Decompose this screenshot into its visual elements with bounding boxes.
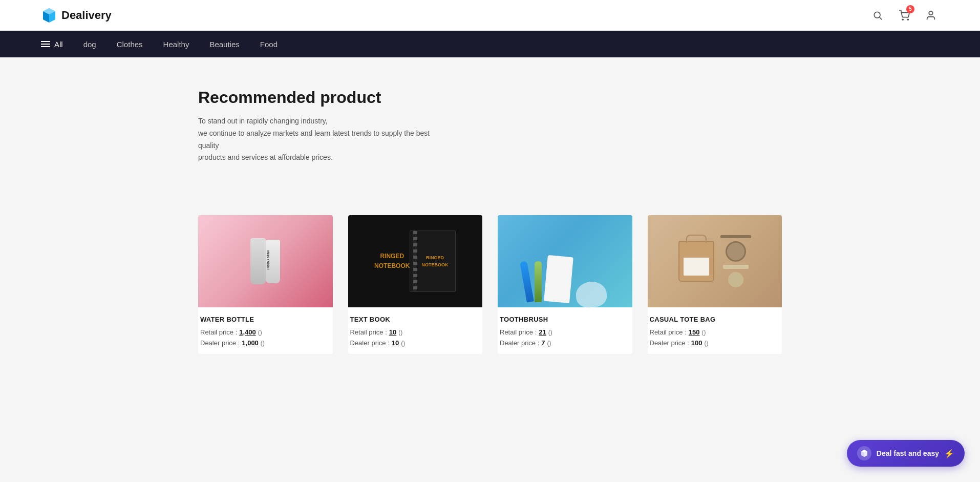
product-image-water-bottle: I NEED A DRINK xyxy=(198,215,333,307)
section-desc: To stand out in rapidly changing industr… xyxy=(198,115,444,164)
retail-price-row-water: Retail price : 1,400 () xyxy=(200,328,331,336)
product-name-textbook: Text Book xyxy=(350,316,481,323)
search-icon xyxy=(872,10,883,20)
cart-button[interactable]: 5 xyxy=(896,7,912,24)
svg-point-6 xyxy=(902,19,903,20)
nav-item-clothes[interactable]: Clothes xyxy=(117,40,143,49)
retail-label-tote: Retail price : xyxy=(650,328,687,336)
retail-price-row-tote: Retail price : 150 () xyxy=(650,328,780,336)
retail-unit-tote: () xyxy=(701,329,706,336)
retail-price-tote: 150 xyxy=(689,328,700,336)
product-info-water-bottle: WATER BOTTLE Retail price : 1,400 () Dea… xyxy=(198,307,333,354)
product-card-toothbrush[interactable]: TOOTHBRUSH Retail price : 21 () Dealer p… xyxy=(498,215,632,354)
retail-label-water: Retail price : xyxy=(200,328,237,336)
dealer-price-row-textbook: Dealer price : 10 () xyxy=(350,339,481,347)
search-button[interactable] xyxy=(869,7,886,24)
retail-price-row-toothbrush: Retail price : 21 () xyxy=(500,328,630,336)
nav-item-dog[interactable]: dog xyxy=(83,40,96,49)
retail-label-textbook: Retail price : xyxy=(350,328,387,336)
product-card-tote-bag[interactable]: Casual tote bag Retail price : 150 () De… xyxy=(648,215,782,354)
dealer-price-water: 1,000 xyxy=(242,339,259,347)
product-card-water-bottle[interactable]: I NEED A DRINK WATER BOTTLE Retail price… xyxy=(198,215,333,354)
svg-point-4 xyxy=(874,12,880,18)
navbar: All dog Clothes Healthy Beauties Food xyxy=(0,31,980,57)
nav-item-healthy[interactable]: Healthy xyxy=(163,40,189,49)
nav-all[interactable]: All xyxy=(41,40,63,49)
product-image-textbook: RINGEDNOTEBOOK xyxy=(348,215,483,307)
nav-item-beauties[interactable]: Beauties xyxy=(209,40,239,49)
dealer-price-row-toothbrush: Dealer price : 7 () xyxy=(500,339,630,347)
product-card-textbook[interactable]: RINGEDNOTEBOOK Text Book Retail price : … xyxy=(348,215,483,354)
nav-item-food[interactable]: Food xyxy=(260,40,278,49)
dealer-label-toothbrush: Dealer price : xyxy=(500,339,539,347)
retail-price-textbook: 10 xyxy=(389,328,396,336)
dealer-price-toothbrush: 7 xyxy=(541,339,545,347)
header-icons: 5 xyxy=(869,7,939,24)
logo-area[interactable]: Dealivery xyxy=(41,7,112,24)
svg-line-5 xyxy=(880,17,882,19)
dealer-unit-water: () xyxy=(261,340,265,347)
cart-badge: 5 xyxy=(906,5,914,13)
retail-unit-textbook: () xyxy=(398,329,402,336)
product-info-toothbrush: TOOTHBRUSH Retail price : 21 () Dealer p… xyxy=(498,307,632,354)
dealer-price-row-tote: Dealer price : 100 () xyxy=(650,339,780,347)
header: Dealivery 5 xyxy=(0,0,980,31)
menu-icon xyxy=(41,40,50,48)
logo-icon xyxy=(41,7,57,24)
retail-price-water: 1,400 xyxy=(239,328,256,336)
product-image-tote-bag xyxy=(648,215,782,307)
svg-point-8 xyxy=(929,11,932,14)
product-name-tote-bag: Casual tote bag xyxy=(650,316,780,323)
dealer-label-water: Dealer price : xyxy=(200,339,240,347)
dealer-label-textbook: Dealer price : xyxy=(350,339,390,347)
dealer-price-row-water: Dealer price : 1,000 () xyxy=(200,339,331,347)
product-info-textbook: Text Book Retail price : 10 () Dealer pr… xyxy=(348,307,483,354)
dealer-label-tote: Dealer price : xyxy=(650,339,689,347)
dealer-unit-tote: () xyxy=(705,340,709,347)
product-name-water-bottle: WATER BOTTLE xyxy=(200,316,331,323)
main-content: Recommended product To stand out in rapi… xyxy=(157,57,823,395)
dealer-price-textbook: 10 xyxy=(392,339,399,347)
retail-price-row-textbook: Retail price : 10 () xyxy=(350,328,481,336)
dealer-unit-toothbrush: () xyxy=(547,340,551,347)
user-button[interactable] xyxy=(923,7,939,24)
svg-point-7 xyxy=(907,19,908,20)
desc-line1: To stand out in rapidly changing industr… xyxy=(198,117,328,125)
dealer-unit-textbook: () xyxy=(401,340,405,347)
product-info-tote-bag: Casual tote bag Retail price : 150 () De… xyxy=(648,307,782,354)
logo-text: Dealivery xyxy=(61,9,112,22)
desc-line3: products and services at affordable pric… xyxy=(198,153,333,161)
dealer-price-tote: 100 xyxy=(691,339,702,347)
desc-line2: we continue to analyze markets and learn… xyxy=(198,129,430,150)
retail-unit-water: () xyxy=(258,329,262,336)
section-title: Recommended product xyxy=(198,88,782,107)
retail-unit-toothbrush: () xyxy=(548,329,552,336)
product-name-toothbrush: TOOTHBRUSH xyxy=(500,316,630,323)
retail-price-toothbrush: 21 xyxy=(539,328,546,336)
products-grid: I NEED A DRINK WATER BOTTLE Retail price… xyxy=(198,215,782,354)
product-image-toothbrush xyxy=(498,215,632,307)
retail-label-toothbrush: Retail price : xyxy=(500,328,537,336)
user-icon xyxy=(925,10,936,21)
nav-all-label: All xyxy=(54,40,63,49)
